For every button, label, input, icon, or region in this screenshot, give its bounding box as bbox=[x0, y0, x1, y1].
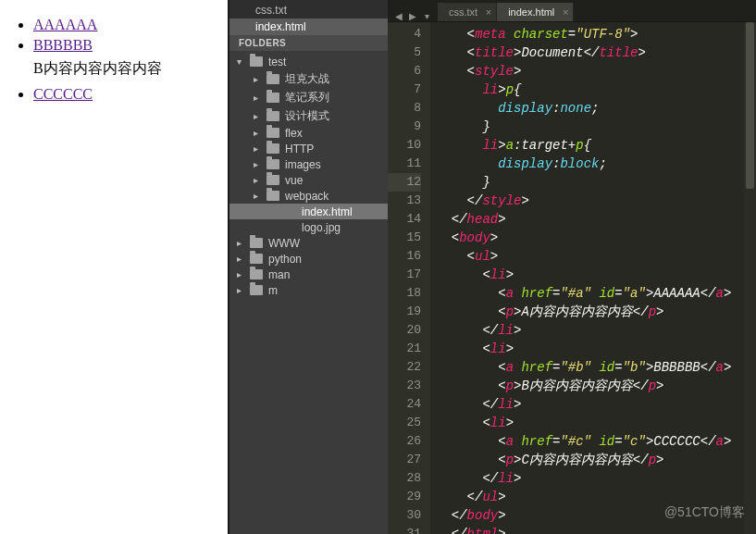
code-line: <p>C内容内容内容内容</p> bbox=[436, 451, 756, 469]
tree-folder[interactable]: m bbox=[229, 282, 388, 298]
code-line: <p>A内容内容内容内容</p> bbox=[436, 303, 756, 321]
disclosure-arrow-icon bbox=[254, 128, 261, 138]
line-number: 11 bbox=[388, 155, 421, 173]
tree-folder[interactable]: 笔记系列 bbox=[229, 88, 388, 106]
folder-icon bbox=[266, 143, 279, 154]
disclosure-arrow-icon bbox=[254, 191, 261, 201]
tree-label: images bbox=[285, 158, 321, 171]
code-line: <body> bbox=[436, 229, 756, 247]
line-number: 28 bbox=[388, 469, 421, 488]
folder-icon bbox=[250, 285, 263, 295]
disclosure-arrow-icon bbox=[237, 254, 244, 264]
editor-tab[interactable]: css.txt× bbox=[438, 3, 497, 21]
editor-tab[interactable]: index.html× bbox=[497, 3, 574, 21]
line-number: 19 bbox=[388, 303, 421, 321]
tree-folder[interactable]: HTTP bbox=[229, 141, 388, 156]
tree-folder[interactable]: images bbox=[229, 156, 388, 172]
tree-label: test bbox=[268, 56, 286, 68]
line-number: 8 bbox=[388, 99, 421, 118]
tree-folder[interactable]: webpack bbox=[229, 188, 388, 204]
code-line: <ul> bbox=[436, 247, 756, 266]
list-item: AAAAAA bbox=[33, 17, 220, 33]
disclosure-arrow-icon bbox=[237, 56, 244, 67]
code-line: </ul> bbox=[436, 488, 756, 506]
preview-expanded-text: B内容内容内容内容 bbox=[33, 59, 220, 79]
scrollbar-track[interactable] bbox=[744, 22, 756, 534]
line-gutter: 4567891011121314151617181920212223242526… bbox=[388, 22, 430, 534]
code-line: </style> bbox=[436, 192, 756, 210]
nav-fwd-icon[interactable]: ▶ bbox=[407, 10, 418, 21]
tree-folder[interactable]: python bbox=[229, 251, 388, 267]
tree-folder[interactable]: test bbox=[229, 54, 388, 69]
tree-label: flex bbox=[285, 127, 303, 140]
code-line: display:none; bbox=[436, 99, 756, 118]
tree-label: man bbox=[268, 268, 290, 281]
tree-label: logo.jpg bbox=[302, 221, 341, 234]
disclosure-arrow-icon bbox=[254, 175, 261, 185]
tree-folder[interactable]: vue bbox=[229, 172, 388, 188]
tree-file[interactable]: logo.jpg bbox=[229, 219, 388, 235]
editor-pane: ◀ ▶ ▾ css.txt×index.html× 45678910111213… bbox=[388, 0, 756, 534]
tree-file[interactable]: index.html bbox=[229, 204, 388, 219]
line-number: 6 bbox=[388, 62, 421, 81]
code-line: </body> bbox=[436, 506, 756, 525]
editor-tabbar: ◀ ▶ ▾ css.txt×index.html× bbox=[388, 0, 756, 22]
line-number: 17 bbox=[388, 266, 421, 284]
tree-folder[interactable]: 坦克大战 bbox=[229, 69, 388, 88]
line-number: 14 bbox=[388, 210, 421, 229]
disclosure-arrow-icon bbox=[237, 238, 244, 248]
line-number: 4 bbox=[388, 25, 421, 43]
close-icon[interactable]: × bbox=[563, 6, 568, 18]
disclosure-arrow-icon bbox=[254, 74, 261, 84]
list-item: BBBBBB B内容内容内容内容 bbox=[33, 37, 220, 79]
disclosure-arrow-icon bbox=[254, 93, 261, 103]
tree-folder[interactable]: flex bbox=[229, 125, 388, 141]
code-line: li>p{ bbox=[436, 81, 756, 99]
scrollbar-thumb[interactable] bbox=[746, 22, 754, 189]
code-line: </li> bbox=[436, 469, 756, 488]
code-line: <style> bbox=[436, 62, 756, 81]
code-line: <a href="#b" id="b">BBBBBB</a> bbox=[436, 358, 756, 377]
line-number: 24 bbox=[388, 395, 421, 414]
code-line: display:block; bbox=[436, 155, 756, 173]
folder-icon bbox=[250, 238, 263, 248]
preview-link-a[interactable]: AAAAAA bbox=[33, 17, 97, 32]
line-number: 18 bbox=[388, 284, 421, 303]
line-number: 16 bbox=[388, 247, 421, 266]
folder-icon bbox=[266, 74, 279, 84]
disclosure-arrow-icon bbox=[237, 269, 244, 279]
preview-link-c[interactable]: CCCCCC bbox=[33, 86, 93, 102]
code-line: } bbox=[436, 118, 756, 136]
close-icon[interactable]: × bbox=[486, 6, 491, 18]
tree-folder[interactable]: WWW bbox=[229, 235, 388, 251]
tree-label: 笔记系列 bbox=[285, 90, 329, 106]
disclosure-arrow-icon bbox=[237, 285, 244, 295]
tree-folder[interactable]: man bbox=[229, 267, 388, 282]
open-file-item[interactable]: css.txt bbox=[229, 2, 388, 19]
tree-label: m bbox=[268, 284, 278, 297]
folder-icon bbox=[266, 159, 279, 169]
folder-icon bbox=[266, 191, 279, 201]
open-file-item[interactable]: index.html bbox=[229, 19, 388, 35]
nav-back-icon[interactable]: ◀ bbox=[393, 10, 404, 21]
line-number: 23 bbox=[388, 377, 421, 395]
folder-icon bbox=[266, 93, 279, 103]
browser-preview: AAAAAA BBBBBB B内容内容内容内容 CCCCCC bbox=[0, 0, 228, 534]
code-text[interactable]: <meta charset="UTF-8"> <title>Document</… bbox=[430, 22, 756, 534]
line-number: 5 bbox=[388, 43, 421, 62]
line-number: 9 bbox=[388, 118, 421, 136]
code-line: </html> bbox=[436, 525, 756, 534]
tree-label: python bbox=[268, 253, 302, 266]
line-number: 10 bbox=[388, 136, 421, 155]
nav-dropdown-icon[interactable]: ▾ bbox=[421, 10, 432, 21]
tree-folder[interactable]: 设计模式 bbox=[229, 106, 388, 125]
code-line: <title>Document</title> bbox=[436, 43, 756, 62]
code-line: <a href="#a" id="a">AAAAAA</a> bbox=[436, 284, 756, 303]
tree-label: webpack bbox=[285, 190, 328, 203]
code-line: } bbox=[436, 173, 756, 192]
line-number: 25 bbox=[388, 414, 421, 432]
line-number: 30 bbox=[388, 506, 421, 525]
folder-icon bbox=[266, 175, 279, 185]
preview-link-b[interactable]: BBBBBB bbox=[33, 37, 93, 53]
line-number: 22 bbox=[388, 358, 421, 377]
